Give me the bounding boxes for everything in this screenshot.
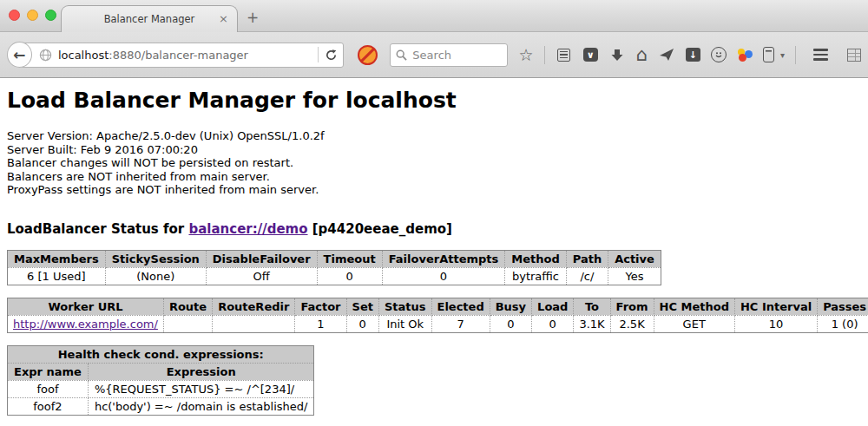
new-tab-button[interactable]: + [247, 9, 259, 26]
column-header: Factor [295, 298, 346, 315]
column-header: Passes [818, 298, 868, 315]
column-header: Active [608, 250, 661, 267]
menu-button[interactable] [813, 49, 828, 61]
toolbar-separator [544, 46, 545, 64]
url-path: :8880/balancer-manager [108, 49, 248, 62]
hc-interval-cell: 10 [734, 315, 817, 332]
passes-cell: 1 (0) [818, 315, 868, 332]
routeredir-cell [213, 315, 295, 332]
timeout-value: 0 [317, 267, 382, 285]
balancer-settings-table: MaxMembers StickySession DisableFailover… [7, 250, 661, 285]
url-bar[interactable]: localhost:8880/balancer-manager [19, 43, 344, 68]
column-header: FailoverAttempts [382, 250, 505, 267]
reload-button[interactable] [325, 49, 338, 62]
column-header: Worker URL [8, 298, 164, 315]
column-header: HC Interval [734, 298, 817, 315]
expr-name-cell: foof2 [8, 397, 89, 415]
hc-method-cell: GET [654, 315, 734, 332]
zoom-window-button[interactable] [45, 10, 56, 21]
browser-toolbar: ← localhost:8880/balancer-manager ☆ ∨ ⌂ [0, 32, 868, 78]
table-title: Health check cond. expressions: [8, 345, 314, 363]
device-icon[interactable] [763, 47, 774, 62]
column-header: Method [505, 250, 566, 267]
grid-panel-icon[interactable] [847, 49, 861, 62]
balancer-demo-link[interactable]: balancer://demo [188, 221, 307, 237]
page-title: Load Balancer Manager for localhost [7, 88, 861, 113]
search-bar[interactable] [390, 43, 507, 67]
url-domain: localhost [58, 49, 108, 62]
worker-url-link[interactable]: http://www.example.com/ [13, 318, 158, 331]
expr-name-cell: foof [8, 380, 89, 397]
column-header: StickySession [105, 250, 206, 267]
table-header-row: Expr name Expression [8, 363, 314, 380]
worker-status-table: Worker URL Route RouteRedir Factor Set S… [7, 298, 868, 333]
status-heading-suffix: [p4420eeae_demo] [308, 221, 452, 237]
elected-cell: 7 [431, 315, 490, 332]
from-cell: 2.5K [610, 315, 654, 332]
notice-line: Balancer changes will NOT be persisted o… [7, 156, 861, 170]
pocket-icon[interactable]: ∨ [583, 48, 598, 62]
table-title-row: Health check cond. expressions: [8, 345, 314, 363]
content-blocker-icon[interactable] [358, 45, 378, 65]
column-header: Load [532, 298, 574, 315]
server-built-line: Server Built: Feb 9 2016 07:00:20 [7, 143, 861, 157]
toolbar-icons: ☆ ∨ ⌂ ↓ ▾ [519, 45, 861, 64]
loadbalancer-status-heading: LoadBalancer Status for balancer://demo … [7, 221, 861, 237]
globe-icon [39, 49, 52, 62]
send-tab-icon[interactable] [658, 45, 675, 64]
table-header-row: MaxMembers StickySession DisableFailover… [8, 250, 661, 267]
column-header: HC Method [654, 298, 734, 315]
load-cell: 0 [532, 315, 574, 332]
column-header: DisableFailover [206, 250, 317, 267]
home-icon[interactable]: ⌂ [636, 46, 648, 64]
bookmarks-menu-icon[interactable] [556, 45, 573, 64]
worker-url-cell: http://www.example.com/ [8, 315, 164, 332]
column-header: Status [378, 298, 431, 315]
column-header: Expr name [8, 363, 89, 380]
url-text: localhost:8880/balancer-manager [58, 49, 312, 62]
bookmark-star-icon[interactable]: ☆ [519, 47, 534, 63]
feedback-smiley-icon[interactable] [711, 47, 727, 62]
to-cell: 3.1K [574, 315, 610, 332]
disablefailover-value: Off [206, 267, 317, 285]
expression-row: foof %{REQUEST_STATUS} =~ /^[234]/ [8, 380, 314, 397]
back-button[interactable]: ← [7, 42, 32, 68]
tab-close-icon[interactable]: × [219, 12, 228, 25]
server-version-line: Server Version: Apache/2.5.0-dev (Unix) … [7, 129, 861, 143]
chevron-down-icon[interactable]: ▾ [780, 50, 785, 60]
table-row: 6 [1 Used] (None) Off 0 0 bytraffic /c/ … [8, 267, 661, 285]
column-header: To [574, 298, 610, 315]
search-icon [396, 49, 407, 61]
server-info: Server Version: Apache/2.5.0-dev (Unix) … [7, 129, 861, 197]
status-heading-prefix: LoadBalancer Status for [7, 221, 188, 237]
extension-dots-icon[interactable] [737, 47, 753, 62]
column-header: Timeout [317, 250, 382, 267]
expression-row: foof2 hc('body') =~ /domain is establish… [8, 397, 314, 415]
factor-cell: 1 [295, 315, 346, 332]
health-check-expressions-table: Health check cond. expressions: Expr nam… [7, 345, 314, 416]
video-download-icon[interactable]: ↓ [686, 48, 700, 62]
column-header: Route [163, 298, 212, 315]
status-cell: Init Ok [378, 315, 431, 332]
stickysession-value: (None) [105, 267, 206, 285]
column-header: Set [346, 298, 378, 315]
toolbar-separator [795, 46, 796, 64]
tab-title: Balancer Manager [104, 13, 195, 25]
column-header: Expression [88, 363, 314, 380]
failoverattempts-value: 0 [382, 267, 505, 285]
notice-line: Balancers are NOT inherited from main se… [7, 170, 861, 184]
downloads-icon[interactable] [608, 45, 626, 64]
expr-value-cell: %{REQUEST_STATUS} =~ /^[234]/ [88, 380, 314, 397]
search-input[interactable] [412, 49, 499, 62]
window-controls [9, 10, 56, 21]
minimize-window-button[interactable] [27, 10, 38, 21]
column-header: From [610, 298, 654, 315]
column-header: Busy [490, 298, 531, 315]
active-value: Yes [608, 267, 661, 285]
method-value: bytraffic [505, 267, 566, 285]
page-content: Load Balancer Manager for localhost Serv… [0, 78, 868, 426]
worker-row: http://www.example.com/ 1 0 Init Ok 7 0 … [8, 315, 868, 332]
browser-tab[interactable]: Balancer Manager × [61, 5, 238, 32]
close-window-button[interactable] [9, 10, 20, 21]
maxmembers-value: 6 [1 Used] [8, 267, 106, 285]
